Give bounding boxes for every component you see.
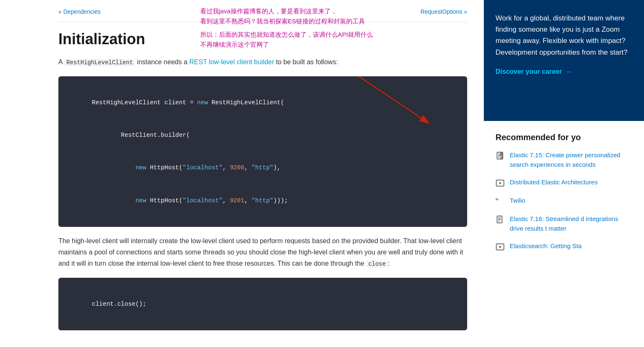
close-code-line: client.close();	[70, 288, 455, 320]
rec-link-5[interactable]: Elasticsearch: Getting Sta	[510, 241, 582, 251]
next-link[interactable]: RequestOptions »	[420, 8, 467, 15]
main-content: « Dependencies RequestOptions » 看过我java操…	[0, 0, 484, 347]
rec-link-1[interactable]: Elastic 7.15: Create power personalized …	[510, 151, 632, 169]
video-icon-1	[496, 179, 505, 188]
rec-item-1: Elastic 7.15: Create power personalized …	[496, 151, 632, 169]
code-line-2: RestClient.builder(	[70, 119, 455, 151]
rec-link-4[interactable]: Elastic 7.16: Streamlined d integrations…	[510, 214, 632, 233]
svg-marker-14	[499, 246, 502, 248]
recommended-section: Recommended for yo Elastic 7.15: Create …	[484, 121, 644, 268]
annotation-line2: 所以：后面的其实也就知道改怎么做了，该调什么API就用什么 不再继续演示这个官网…	[200, 30, 373, 50]
intro-paragraph: A RestHighLevelClient instance needs a R…	[58, 56, 467, 68]
rec-item-2: Distributed Elastic Architectures	[496, 178, 632, 188]
rest-client-link[interactable]: REST low-level client builder	[189, 58, 274, 65]
code-line-1: RestHighLevelClient client = new RestHig…	[70, 86, 455, 119]
code-line-3: new HttpHost("localhost", 9200, "http"),	[70, 151, 455, 184]
close-code: close	[366, 260, 388, 268]
code-block-2: client.close();	[58, 278, 467, 330]
description-paragraph: The high-level client will internally cr…	[58, 235, 467, 269]
rec-link-2[interactable]: Distributed Elastic Architectures	[510, 178, 598, 187]
rec-link-3[interactable]: Twilio	[510, 196, 526, 206]
career-link[interactable]: Discover your career →	[496, 68, 632, 75]
rec-item-3: “ Twilio	[496, 196, 632, 206]
arrow-icon: →	[565, 68, 572, 75]
video-icon-2	[496, 242, 505, 251]
code-block-1: RestHighLevelClient client = new RestHig…	[58, 76, 467, 227]
sidebar: Work for a global, distributed team wher…	[484, 0, 644, 347]
rec-item-5: Elasticsearch: Getting Sta	[496, 241, 632, 251]
recommended-title: Recommended for yo	[496, 133, 632, 142]
career-banner-text: Work for a global, distributed team wher…	[496, 13, 632, 58]
document-icon-1	[496, 151, 505, 161]
document-icon-2	[496, 215, 505, 224]
quote-icon: “	[496, 197, 505, 206]
code-line-4: new HttpHost("localhost", 9201, "http"))…	[70, 184, 455, 217]
svg-marker-8	[499, 182, 502, 184]
prev-link[interactable]: « Dependencies	[58, 8, 101, 15]
class-name-code: RestHighLevelClient	[64, 59, 135, 66]
annotation-line1: 看过我java操作篇博客的人，要是看到这里来了， 看到这里不熟悉吗？我当初探索E…	[200, 6, 373, 26]
rec-item-4: Elastic 7.16: Streamlined d integrations…	[496, 214, 632, 233]
annotation-block: 看过我java操作篇博客的人，要是看到这里来了， 看到这里不熟悉吗？我当初探索E…	[200, 6, 373, 53]
career-banner: Work for a global, distributed team wher…	[484, 0, 644, 121]
